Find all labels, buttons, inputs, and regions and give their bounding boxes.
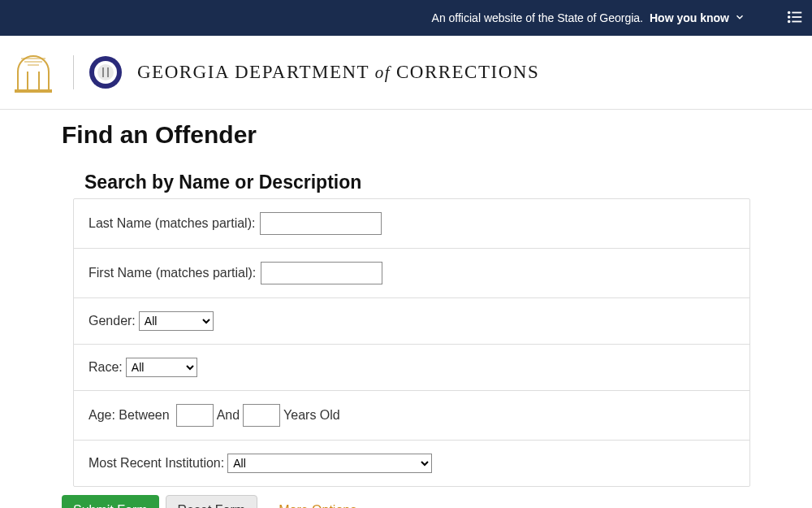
race-row: Race: All: [74, 345, 749, 391]
more-options-link[interactable]: More Options: [279, 503, 356, 508]
site-header: GEORGIA DEPARTMENT of CORRECTIONS: [0, 36, 812, 110]
menu-list-icon[interactable]: [786, 8, 804, 28]
race-label: Race:: [89, 360, 123, 375]
button-row: Submit Form Reset Form More Options: [62, 495, 750, 508]
search-form: Last Name (matches partial): First Name …: [73, 198, 750, 487]
how-you-know-toggle[interactable]: How you know: [650, 11, 745, 25]
first-name-input[interactable]: [261, 262, 382, 284]
first-name-label: First Name (matches partial):: [89, 266, 256, 280]
age-max-input[interactable]: [243, 404, 280, 427]
svg-rect-10: [15, 89, 52, 93]
georgia-state-seal-icon: [8, 47, 58, 98]
last-name-row: Last Name (matches partial):: [74, 199, 749, 249]
svg-point-16: [97, 64, 114, 80]
official-text: An official website of the State of Geor…: [432, 11, 643, 24]
official-banner: An official website of the State of Geor…: [0, 0, 812, 36]
svg-rect-17: [102, 67, 104, 77]
institution-row: Most Recent Institution: All: [74, 441, 749, 486]
reset-button[interactable]: Reset Form: [166, 495, 258, 508]
dept-title: GEORGIA DEPARTMENT of CORRECTIONS: [137, 62, 539, 83]
submit-button[interactable]: Submit Form: [62, 495, 159, 508]
gender-row: Gender: All: [74, 298, 749, 345]
age-min-input[interactable]: [176, 404, 214, 427]
gender-select[interactable]: All: [139, 311, 214, 331]
dept-prefix: GEORGIA DEPARTMENT: [137, 62, 369, 82]
section-title: Search by Name or Description: [84, 172, 750, 193]
institution-label: Most Recent Institution:: [89, 456, 224, 471]
institution-select[interactable]: All: [227, 454, 432, 473]
svg-point-3: [788, 11, 790, 13]
age-row: Age: Between And Years Old: [74, 391, 749, 441]
age-and-label: And: [217, 408, 240, 423]
main-content: Find an Offender Search by Name or Descr…: [0, 110, 812, 508]
last-name-input[interactable]: [260, 212, 382, 235]
dept-of: of: [369, 63, 396, 82]
svg-rect-18: [107, 67, 109, 77]
svg-point-4: [788, 16, 790, 18]
age-suffix-label: Years Old: [283, 408, 340, 423]
header-divider: [73, 55, 74, 89]
age-prefix-label: Age: Between: [89, 408, 170, 423]
svg-point-5: [788, 20, 790, 22]
first-name-row: First Name (matches partial):: [74, 249, 749, 298]
page-title: Find an Offender: [62, 121, 750, 149]
how-you-know-label: How you know: [650, 11, 729, 24]
chevron-down-icon: [734, 11, 745, 25]
dept-suffix: CORRECTIONS: [396, 62, 539, 82]
race-select[interactable]: All: [126, 358, 197, 377]
gender-label: Gender:: [89, 314, 136, 328]
dept-corrections-seal-icon: [89, 55, 123, 89]
last-name-label: Last Name (matches partial):: [89, 216, 255, 231]
